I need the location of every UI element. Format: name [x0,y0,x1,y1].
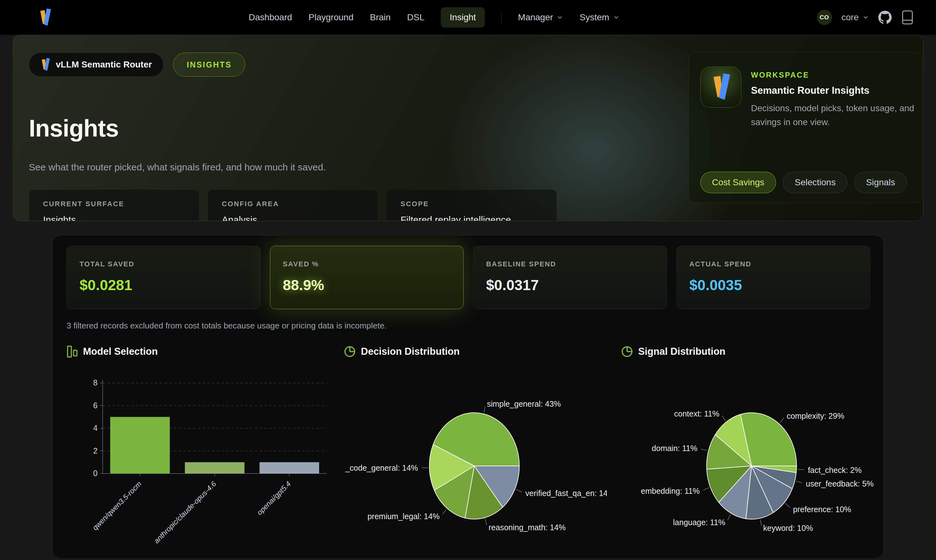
chip-cost-savings[interactable]: Cost Savings [700,172,776,193]
page-subtitle: See what the router picked, what signals… [29,162,326,172]
info-card-value: Analysis [222,214,364,221]
org-name: core [842,12,859,23]
chart-signal-distribution: Signal Distribution complexity: 29%conte… [621,344,884,559]
pie-chart-icon [621,346,633,358]
chart-decision-distribution: Decision Distribution simple_general: 43… [344,344,607,559]
bar-chart-icon [66,345,78,358]
info-card-label: CURRENT SURFACE [43,200,185,208]
nav-link-dashboard[interactable]: Dashboard [249,12,292,23]
chevron-down-icon [557,14,563,21]
svg-text:user_feedback: 5%: user_feedback: 5% [806,479,874,488]
info-card-label: CONFIG AREA [222,200,364,208]
svg-text:complexity: 29%: complexity: 29% [787,411,844,420]
stat-label: SAVED % [283,260,451,268]
svg-text:embedding: 11%: embedding: 11% [641,486,700,495]
chart-title-label: Signal Distribution [638,346,726,357]
nav-menu-system-label: System [580,12,609,23]
hero-badges: vLLM Semantic Router INSIGHTS [29,52,245,77]
chart-title-label: Decision Distribution [361,346,460,357]
info-card-label: SCOPE [400,200,542,208]
github-link[interactable] [878,11,891,24]
workspace-description: Decisions, model picks, token usage, and… [751,102,922,129]
signal-distribution-pie-chart: complexity: 29%context: 11%domain: 11%em… [621,368,884,559]
hero-section: vLLM Semantic Router INSIGHTS Insights S… [13,35,923,221]
chip-signals[interactable]: Signals [854,172,907,193]
svg-text:2: 2 [93,446,98,455]
vllm-logo-icon [711,74,731,101]
chevron-down-icon [862,14,869,21]
svg-text:anthropic/claude-opus-4.6: anthropic/claude-opus-4.6 [152,480,218,545]
org-switcher[interactable]: core [842,12,869,23]
svg-text:premium_legal: 14%: premium_legal: 14% [368,512,440,521]
workspace-title: Semantic Router Insights [751,85,870,96]
top-nav: Dashboard Playground Brain DSL Insight M… [0,0,936,35]
nav-menu-system[interactable]: System [580,12,619,23]
svg-text:reasoning_math: 14%: reasoning_math: 14% [489,523,566,532]
account-avatar[interactable]: CO [817,10,832,25]
model-selection-bar-chart: 02468qwen/qwen3.5-rocmanthropic/claude-o… [66,368,329,559]
info-card-current-surface: CURRENT SURFACE Insights [29,189,199,221]
nav-divider [501,11,502,24]
svg-text:keyword: 10%: keyword: 10% [763,523,813,532]
stat-card-actual-spend: ACTUAL SPEND $0.0035 [676,246,870,309]
svg-text:preference: 10%: preference: 10% [793,505,851,514]
svg-text:language: 11%: language: 11% [673,518,725,527]
nav-link-dsl[interactable]: DSL [407,12,424,23]
book-icon [901,10,914,25]
svg-text:6: 6 [93,401,98,410]
svg-text:verified_fast_qa_en: 14%: verified_fast_qa_en: 14% [525,489,607,498]
chart-model-selection: Model Selection 02468qwen/qwen3.5-rocman… [66,344,329,559]
app-logo[interactable] [38,9,51,26]
nav-menu-manager[interactable]: Manager [518,12,563,23]
stat-value: 88.9% [283,277,451,294]
stat-label: BASELINE SPEND [486,260,654,268]
chart-title-label: Model Selection [83,346,158,357]
svg-text:domain: 11%: domain: 11% [652,444,697,452]
decision-distribution-pie-chart: simple_general: 43%_code_general: 14%pre… [344,368,607,559]
svg-text:8: 8 [93,378,98,387]
app-badge[interactable]: vLLM Semantic Router [29,52,163,77]
nav-link-insight-active[interactable]: Insight [441,7,485,28]
stat-value: $0.0035 [690,277,857,294]
filtered-records-note: 3 filtered records excluded from cost to… [66,321,386,331]
chip-selections[interactable]: Selections [783,172,847,193]
svg-text:context: 11%: context: 11% [674,409,720,418]
svg-text:0: 0 [93,469,98,478]
stat-value: $0.0281 [80,277,248,294]
page-title: Insights [29,114,119,142]
stat-value: $0.0317 [486,277,654,294]
info-card-scope: SCOPE Filtered replay intelligence [386,189,557,221]
info-card-value: Filtered replay intelligence [400,214,542,221]
svg-text:simple_general: 43%: simple_general: 43% [487,399,561,408]
svg-text:qwen/qwen3.5-rocm: qwen/qwen3.5-rocm [91,480,143,532]
insights-tag-badge: INSIGHTS [173,52,245,77]
workspace-label: WORKSPACE [751,71,809,80]
chevron-down-icon [613,14,619,21]
info-card-config-area: CONFIG AREA Analysis [208,189,378,221]
nav-link-brain[interactable]: Brain [370,12,390,23]
workspace-card: WORKSPACE Semantic Router Insights Decis… [688,52,922,203]
stat-card-total-saved: TOTAL SAVED $0.0281 [66,246,260,309]
svg-text:openai/gpt5.4: openai/gpt5.4 [256,480,292,517]
app-badge-label: vLLM Semantic Router [56,60,152,70]
svg-text:fact_check: 2%: fact_check: 2% [808,466,862,474]
svg-text:4: 4 [93,423,98,432]
vllm-logo-icon [40,58,50,71]
github-icon [878,11,891,24]
svg-text:_code_general: 14%: _code_general: 14% [345,463,418,472]
vllm-logo-icon [38,9,51,26]
stat-label: ACTUAL SPEND [690,260,857,268]
stat-card-saved-pct: SAVED % 88.9% [270,246,464,309]
nav-menu-manager-label: Manager [518,12,553,23]
stat-label: TOTAL SAVED [80,260,248,268]
insights-panel: TOTAL SAVED $0.0281 SAVED % 88.9% BASELI… [52,235,884,559]
pie-chart-icon [344,346,356,358]
info-card-value: Insights [43,214,185,221]
docs-button[interactable] [901,10,914,25]
nav-link-playground[interactable]: Playground [309,12,354,23]
workspace-logo-tile [700,66,742,108]
stat-card-baseline-spend: BASELINE SPEND $0.0317 [473,246,667,309]
